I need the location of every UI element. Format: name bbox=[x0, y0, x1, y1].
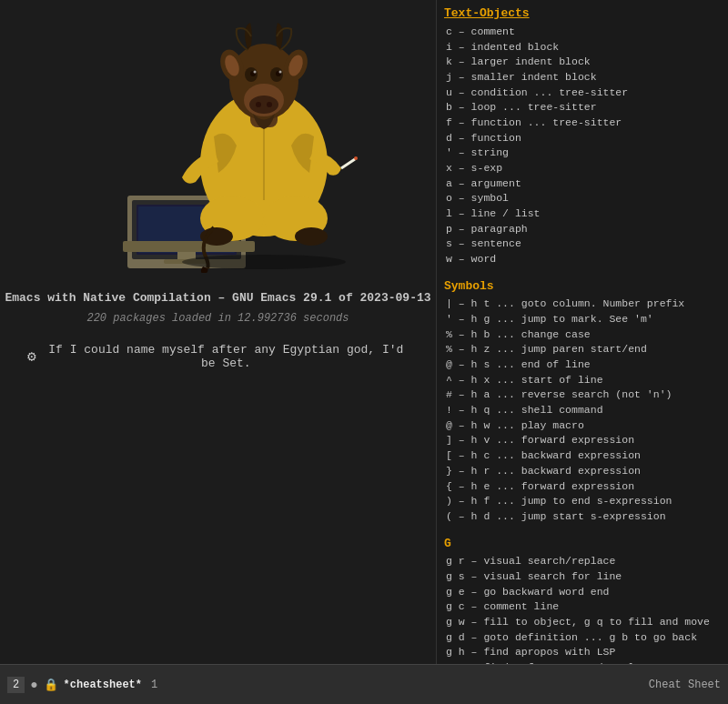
list-item: ) – h f ... jump to end s-expression bbox=[444, 494, 721, 509]
gnu-mascot bbox=[73, 18, 364, 273]
list-item: g s – visual search for line bbox=[444, 569, 721, 585]
symbols-header: Symbols bbox=[444, 278, 721, 296]
status-right-label: Cheat Sheet bbox=[649, 679, 721, 691]
lock-icon: 🔒 bbox=[44, 678, 58, 692]
list-item: ! – h q ... shell command bbox=[444, 403, 721, 418]
list-item: s – sentence bbox=[444, 236, 721, 252]
list-item: x – s-exp bbox=[444, 161, 721, 176]
emacs-title: Emacs with Native Compilation – GNU Emac… bbox=[5, 291, 430, 305]
list-item: a – argument bbox=[444, 176, 721, 192]
right-panel[interactable]: Text-Objects c – comment i – indented bl… bbox=[437, 0, 728, 664]
splash-icon: ⚙️ bbox=[27, 347, 36, 366]
list-item: % – h z ... jump paren start/end bbox=[444, 342, 721, 357]
splash-message: ⚙️ If I could name myself after any Egyp… bbox=[0, 343, 436, 370]
list-item: i – indented block bbox=[444, 40, 721, 55]
symbols-items: | – h t ... goto column. Number prefix '… bbox=[444, 297, 721, 524]
list-item: } – h r ... backward expression bbox=[444, 464, 721, 479]
status-dot: ● bbox=[30, 678, 37, 692]
list-item: { – h e ... forward expression bbox=[444, 479, 721, 495]
svg-point-27 bbox=[278, 71, 281, 74]
list-item: @ – h s ... end of line bbox=[444, 357, 721, 373]
list-item: g d – goto definition ... g b to go back bbox=[444, 630, 721, 646]
list-item: o – symbol bbox=[444, 191, 721, 206]
list-item: ^ – h x ... start of line bbox=[444, 373, 721, 388]
list-item: f – function ... tree-sitter bbox=[444, 116, 721, 131]
list-item: d – function bbox=[444, 131, 721, 146]
list-item: l – line / list bbox=[444, 206, 721, 222]
list-item: g w – fill to object, g q to fill and mo… bbox=[444, 615, 721, 630]
svg-point-21 bbox=[267, 102, 272, 107]
svg-point-32 bbox=[182, 255, 346, 269]
list-item: | – h t ... goto column. Number prefix bbox=[444, 297, 721, 312]
list-item: j – smaller indent block bbox=[444, 70, 721, 85]
svg-point-15 bbox=[354, 156, 358, 160]
status-bar: 2 ● 🔒 *cheatsheet* 1 Cheat Sheet bbox=[0, 664, 728, 704]
g-section: G g r – visual search/replace g s – visu… bbox=[444, 536, 721, 664]
status-col: 1 bbox=[151, 679, 157, 691]
app-container: Emacs with Native Compilation – GNU Emac… bbox=[0, 0, 728, 704]
text-objects-header: Text-Objects bbox=[444, 5, 721, 23]
svg-point-19 bbox=[249, 96, 278, 114]
list-item: g h – find apropos with LSP bbox=[444, 645, 721, 660]
list-item: @ – h w ... play macro bbox=[444, 418, 721, 434]
list-item: [ – h c ... backward expression bbox=[444, 448, 721, 464]
list-item: w – word bbox=[444, 252, 721, 267]
text-objects-items: c – comment i – indented block k – large… bbox=[444, 25, 721, 267]
symbols-section: Symbols | – h t ... goto column. Number … bbox=[444, 278, 721, 525]
text-objects-section: Text-Objects c – comment i – indented bl… bbox=[444, 5, 721, 267]
list-item: ( – h d ... jump start s-expression bbox=[444, 509, 721, 525]
list-item: p – paragraph bbox=[444, 222, 721, 237]
status-filename: *cheatsheet* bbox=[64, 679, 142, 691]
list-item: c – comment bbox=[444, 25, 721, 40]
svg-point-20 bbox=[256, 102, 261, 107]
g-items: g r – visual search/replace g s – visual… bbox=[444, 554, 721, 664]
left-panel: Emacs with Native Compilation – GNU Emac… bbox=[0, 0, 437, 704]
list-item: % – h b ... change case bbox=[444, 327, 721, 343]
list-item: ' – h g ... jump to mark. See 'm' bbox=[444, 312, 721, 327]
list-item: k – larger indent block bbox=[444, 55, 721, 70]
svg-point-26 bbox=[253, 71, 256, 74]
status-line-number: 2 bbox=[7, 677, 25, 693]
list-item: # – h a ... reverse search (not 'n') bbox=[444, 387, 721, 403]
list-item: ' – string bbox=[444, 146, 721, 161]
packages-loaded: 220 packages loaded in 12.992736 seconds bbox=[86, 312, 349, 325]
svg-rect-5 bbox=[123, 241, 255, 252]
list-item: g c – comment line bbox=[444, 599, 721, 615]
list-item: ] – h v ... forward expression bbox=[444, 433, 721, 448]
svg-point-13 bbox=[295, 227, 328, 246]
g-header: G bbox=[444, 536, 721, 553]
list-item: g r – visual search/replace bbox=[444, 554, 721, 569]
list-item: b – loop ... tree-sitter bbox=[444, 100, 721, 116]
splash-text: If I could name myself after any Egyptia… bbox=[44, 343, 409, 370]
list-item: g e – go backward word end bbox=[444, 585, 721, 600]
list-item: u – condition ... tree-sitter bbox=[444, 85, 721, 101]
